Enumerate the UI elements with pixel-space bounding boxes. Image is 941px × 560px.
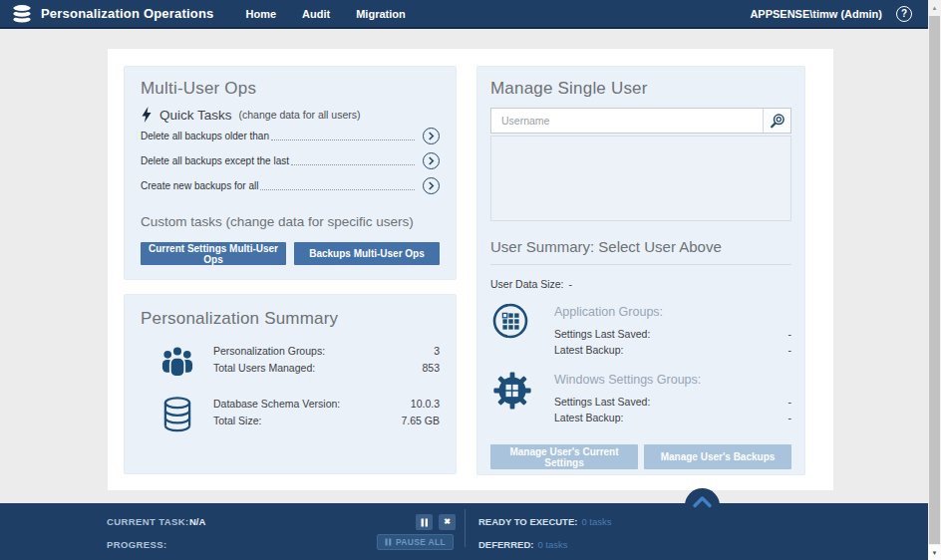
application-groups-section: Application Groups: Settings Last Saved:… bbox=[490, 302, 791, 358]
quick-task-label: Delete all backups older than bbox=[141, 131, 269, 141]
application-groups-heading: Application Groups: bbox=[554, 305, 791, 319]
scroll-to-top-button[interactable] bbox=[685, 488, 720, 523]
summary-value: 3 bbox=[434, 343, 440, 360]
nav-item-home[interactable]: Home bbox=[246, 8, 277, 20]
cancel-icon: ✖ bbox=[444, 518, 451, 526]
lightning-bolt-icon bbox=[141, 107, 153, 123]
quick-task-row: Delete all backups older than bbox=[141, 124, 440, 147]
quick-task-label: Delete all backups except the last bbox=[141, 155, 289, 166]
scrollbar-down-arrow-icon[interactable]: ▼ bbox=[928, 545, 941, 560]
quick-tasks-subheading: (change data for all users) bbox=[239, 109, 361, 121]
scrollbar-thumb[interactable] bbox=[929, 16, 940, 544]
quick-tasks-heading: Quick Tasks bbox=[159, 108, 232, 123]
row-label: Settings Last Saved: bbox=[554, 394, 650, 410]
dotted-leader bbox=[260, 189, 415, 190]
nav-item-migration[interactable]: Migration bbox=[356, 8, 406, 20]
quick-task-label: Create new backups for all bbox=[141, 180, 258, 191]
summary-label: Personalization Groups: bbox=[213, 343, 325, 360]
row-value: - bbox=[788, 394, 792, 410]
application-groups-icon bbox=[491, 302, 529, 340]
summary-value: 853 bbox=[422, 360, 440, 377]
manage-single-user-title: Manage Single User bbox=[490, 79, 791, 99]
content-container: Multi-User Ops Quick Tasks (change data … bbox=[108, 49, 833, 490]
footer-divider bbox=[465, 509, 466, 547]
progress-label: PROGRESS: bbox=[107, 539, 167, 550]
ready-label: READY TO EXECUTE: bbox=[478, 516, 577, 527]
search-icon bbox=[768, 112, 786, 131]
row-label: Latest Backup: bbox=[554, 410, 623, 425]
row-label: Latest Backup: bbox=[554, 342, 623, 358]
multi-user-ops-panel: Multi-User Ops Quick Tasks (change data … bbox=[124, 66, 457, 280]
circle-chevron-right-icon[interactable] bbox=[423, 152, 440, 169]
summary-label: Total Users Managed: bbox=[213, 360, 315, 377]
user-summary-row: Settings Last Saved: - bbox=[554, 326, 791, 342]
pause-all-button[interactable]: PAUSE ALL bbox=[377, 534, 454, 550]
summary-group-users: Personalization Groups: 3 Total Users Ma… bbox=[141, 342, 440, 379]
row-label: Settings Last Saved: bbox=[554, 326, 650, 342]
personalization-summary-panel: Personalization Summary Personalization … bbox=[124, 294, 457, 474]
personalization-summary-title: Personalization Summary bbox=[141, 309, 440, 329]
task-status-bar: CURRENT TASK: N/A PROGRESS: ✖ PAUSE ALL … bbox=[0, 503, 928, 560]
windows-settings-groups-section: Windows Settings Groups: Settings Last S… bbox=[490, 370, 791, 425]
summary-row: Total Size: 7.65 GB bbox=[213, 413, 440, 429]
deferred-count-link[interactable]: 0 tasks bbox=[537, 539, 567, 550]
summary-row: Total Users Managed: 853 bbox=[213, 360, 440, 377]
user-summary-row: Latest Backup: - bbox=[554, 410, 791, 425]
users-group-icon bbox=[160, 343, 194, 379]
current-task-value: N/A bbox=[189, 516, 205, 527]
row-value: - bbox=[788, 410, 792, 425]
search-button[interactable] bbox=[763, 109, 790, 133]
summary-row: Personalization Groups: 3 bbox=[213, 343, 440, 360]
database-icon bbox=[162, 396, 192, 433]
user-data-size-label: User Data Size: bbox=[490, 278, 564, 290]
logged-in-user: APPSENSE\timw (Admin) bbox=[750, 8, 882, 20]
quick-task-row: Delete all backups except the last bbox=[141, 148, 440, 172]
app-title: Personalization Operations bbox=[41, 6, 214, 21]
custom-tasks-heading: Custom tasks (change data for specific u… bbox=[141, 214, 440, 229]
user-search-results-list[interactable] bbox=[490, 136, 791, 221]
page-background: Multi-User Ops Quick Tasks (change data … bbox=[0, 31, 928, 503]
deferred-label: DEFERRED: bbox=[478, 539, 533, 550]
dotted-leader bbox=[291, 164, 415, 165]
summary-value: 10.0.3 bbox=[411, 396, 440, 413]
manage-users-current-settings-button[interactable]: Manage User's Current Settings bbox=[490, 444, 638, 469]
windows-settings-gear-icon bbox=[491, 370, 533, 412]
dotted-leader bbox=[271, 140, 415, 140]
divider bbox=[490, 264, 791, 265]
circle-chevron-right-icon[interactable] bbox=[423, 177, 440, 194]
windows-settings-groups-heading: Windows Settings Groups: bbox=[554, 373, 791, 387]
backups-multi-user-ops-button[interactable]: Backups Multi-User Ops bbox=[294, 242, 440, 265]
cancel-task-button[interactable]: ✖ bbox=[439, 514, 456, 530]
pause-icon bbox=[385, 538, 392, 546]
manage-users-backups-button[interactable]: Manage User's Backups bbox=[644, 444, 791, 469]
deferred-status: DEFERRED:0 tasks bbox=[478, 539, 568, 550]
database-logo-icon bbox=[10, 3, 34, 25]
circle-chevron-right-icon[interactable] bbox=[423, 128, 440, 144]
summary-row: Database Schema Version: 10.0.3 bbox=[213, 396, 440, 413]
help-circle-icon[interactable]: ? bbox=[896, 6, 912, 22]
user-data-size-value: - bbox=[569, 278, 573, 290]
current-task-label: CURRENT TASK: bbox=[107, 516, 189, 527]
user-summary-heading: User Summary: Select User Above bbox=[490, 238, 791, 255]
scrollbar-up-arrow-icon[interactable]: ▲ bbox=[928, 0, 941, 15]
current-settings-multi-user-ops-button[interactable]: Current Settings Multi-User Ops bbox=[141, 242, 286, 265]
quick-task-row: Create new backups for all bbox=[141, 173, 440, 197]
ready-to-execute-status: READY TO EXECUTE:0 tasks bbox=[478, 516, 612, 527]
summary-label: Total Size: bbox=[213, 413, 261, 429]
vertical-scrollbar: ▲ ▼ bbox=[928, 0, 941, 560]
ready-count-link[interactable]: 0 tasks bbox=[581, 516, 611, 527]
row-value: - bbox=[788, 342, 792, 358]
row-value: - bbox=[788, 326, 792, 342]
top-navbar: Personalization Operations Home Audit Mi… bbox=[0, 0, 928, 29]
username-search-bar bbox=[490, 108, 791, 134]
summary-label: Database Schema Version: bbox=[213, 396, 340, 413]
manage-single-user-panel: Manage Single User User Summary: Select … bbox=[476, 66, 805, 475]
multi-user-ops-title: Multi-User Ops bbox=[141, 79, 440, 99]
user-summary-row: Latest Backup: - bbox=[554, 342, 791, 358]
nav-item-audit[interactable]: Audit bbox=[302, 8, 330, 20]
chevron-up-icon bbox=[692, 495, 713, 508]
summary-group-database: Database Schema Version: 10.0.3 Total Si… bbox=[141, 395, 440, 433]
main-nav: Home Audit Migration bbox=[246, 8, 406, 20]
username-input[interactable] bbox=[491, 109, 763, 133]
pause-task-button[interactable] bbox=[416, 514, 433, 530]
